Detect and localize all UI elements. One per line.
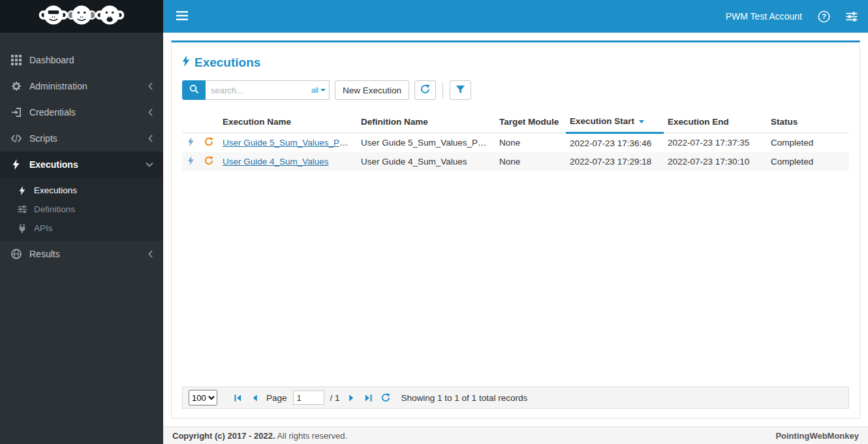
execution-end-cell: 2022-07-23 17:37:35 bbox=[664, 133, 767, 153]
col-execution-end[interactable]: Execution End bbox=[664, 110, 767, 133]
chevron-left-icon bbox=[148, 82, 153, 90]
new-execution-button[interactable]: New Execution bbox=[335, 80, 409, 100]
status-cell: Completed bbox=[767, 133, 849, 153]
help-icon[interactable]: ? bbox=[818, 10, 830, 23]
sidebar-item-label: Results bbox=[29, 249, 141, 259]
submenu-item-label: APIs bbox=[34, 223, 53, 233]
topbar-main: PWM Test Account ? bbox=[163, 0, 868, 33]
caret-down-icon bbox=[320, 89, 326, 91]
col-execution-name[interactable]: Execution Name bbox=[219, 110, 357, 133]
sidebar-item-label: Executions bbox=[29, 159, 138, 170]
status-cell: Completed bbox=[767, 152, 849, 171]
submenu-item-definitions[interactable]: Definitions bbox=[0, 200, 163, 219]
toolbar-divider bbox=[442, 82, 443, 98]
pagination-bar: 100 Page / 1 bbox=[182, 387, 849, 409]
footer: Copyright (c) 2017 - 2022. All rights re… bbox=[163, 426, 868, 444]
execution-name-link[interactable]: User Guide 5_Sum_Values_Param bbox=[223, 138, 357, 148]
target-module-cell: None bbox=[495, 133, 566, 153]
chevron-left-icon bbox=[148, 135, 153, 142]
col-status[interactable]: Status bbox=[767, 110, 849, 133]
search-scope-value: all bbox=[311, 86, 318, 94]
page-label: Page bbox=[266, 393, 287, 403]
sort-desc-icon bbox=[639, 120, 644, 123]
table-header-row: Execution Name Definition Name Target Mo… bbox=[182, 110, 849, 133]
refresh-icon bbox=[420, 84, 430, 96]
sidebar-item-credentials[interactable]: Credentials bbox=[0, 99, 163, 125]
rerun-execution-icon[interactable] bbox=[199, 133, 219, 153]
sidebar-item-label: Credentials bbox=[29, 107, 141, 118]
sidebar-item-label: Scripts bbox=[29, 133, 141, 144]
col-run-icon bbox=[182, 110, 199, 133]
toolbar: all New Execution bbox=[182, 80, 849, 100]
page-size-select[interactable]: 100 bbox=[189, 390, 217, 405]
first-page-button[interactable] bbox=[232, 394, 243, 402]
sidebar-item-label: Administration bbox=[29, 81, 141, 91]
col-execution-start[interactable]: Execution Start bbox=[566, 110, 664, 133]
submenu-item-apis[interactable]: APIs bbox=[0, 219, 163, 238]
sidebar-item-scripts[interactable]: Scripts bbox=[0, 125, 163, 151]
lightning-bolt-icon bbox=[10, 159, 22, 170]
filter-funnel-icon bbox=[456, 85, 465, 96]
target-module-cell: None bbox=[495, 152, 566, 171]
sliders-icon bbox=[16, 205, 27, 214]
search-scope-dropdown[interactable]: all bbox=[311, 80, 326, 100]
lightning-bolt-icon bbox=[182, 56, 190, 70]
sidebar-item-administration[interactable]: Administration bbox=[0, 73, 163, 99]
col-target-module[interactable]: Target Module bbox=[495, 110, 566, 133]
sign-in-icon bbox=[10, 107, 22, 118]
execution-name-link[interactable]: User Guide 4_Sum_Values bbox=[223, 157, 329, 166]
page-number-input[interactable] bbox=[293, 390, 324, 405]
refresh-list-button[interactable] bbox=[380, 393, 392, 402]
run-execution-icon[interactable] bbox=[182, 133, 199, 153]
dashboard-grid-icon bbox=[10, 55, 22, 65]
sidebar-item-label: Dashboard bbox=[29, 55, 153, 65]
sidebar-item-dashboard[interactable]: Dashboard bbox=[0, 47, 163, 73]
refresh-button[interactable] bbox=[414, 80, 436, 100]
submenu-item-label: Definitions bbox=[34, 204, 75, 214]
execution-end-cell: 2022-07-23 17:30:10 bbox=[664, 152, 767, 171]
code-icon bbox=[10, 134, 22, 143]
next-page-button[interactable] bbox=[346, 394, 357, 402]
executions-submenu: Executions Definitions bbox=[0, 178, 163, 241]
submenu-item-label: Executions bbox=[34, 185, 77, 195]
records-summary: Showing 1 to 1 of 1 total records bbox=[401, 393, 528, 403]
globe-icon bbox=[10, 249, 22, 259]
filter-button[interactable] bbox=[450, 80, 471, 100]
col-definition-name[interactable]: Definition Name bbox=[357, 110, 495, 133]
total-pages-label: / 1 bbox=[330, 393, 340, 403]
page-title-text: Executions bbox=[194, 56, 260, 70]
table-row: User Guide 4_Sum_Values User Guide 4_Sum… bbox=[182, 152, 849, 171]
submenu-item-executions[interactable]: Executions bbox=[0, 181, 163, 200]
rerun-execution-icon[interactable] bbox=[199, 152, 219, 171]
execution-start-cell: 2022-07-23 17:29:18 bbox=[566, 152, 664, 171]
executions-panel: Executions all bbox=[171, 40, 860, 419]
search-group: all bbox=[182, 80, 330, 100]
last-page-button[interactable] bbox=[363, 394, 374, 402]
settings-sliders-icon[interactable] bbox=[846, 12, 858, 22]
run-execution-icon[interactable] bbox=[182, 152, 199, 171]
sidebar-item-executions[interactable]: Executions bbox=[0, 151, 163, 178]
app-logo[interactable] bbox=[0, 0, 163, 33]
copyright-text: Copyright (c) 2017 - 2022. All rights re… bbox=[172, 431, 347, 441]
chevron-left-icon bbox=[148, 108, 153, 116]
svg-text:?: ? bbox=[822, 12, 826, 20]
brand-name: PointingWebMonkey bbox=[775, 431, 859, 441]
three-monkeys-logo-icon bbox=[29, 2, 134, 31]
sidebar-toggle-button[interactable] bbox=[174, 8, 191, 25]
sidebar-item-results[interactable]: Results bbox=[0, 241, 163, 267]
lightning-bolt-icon bbox=[16, 186, 27, 195]
sidebar: Dashboard bbox=[0, 33, 163, 444]
account-name[interactable]: PWM Test Account bbox=[726, 11, 802, 22]
executions-table: Execution Name Definition Name Target Mo… bbox=[182, 110, 849, 171]
topbar-right: PWM Test Account ? bbox=[726, 10, 858, 23]
content-spacer bbox=[182, 171, 849, 387]
table-row: User Guide 5_Sum_Values_Param User Guide… bbox=[182, 133, 849, 153]
hamburger-icon bbox=[176, 11, 188, 22]
chevron-down-icon bbox=[146, 162, 153, 167]
main-content: Executions all bbox=[163, 33, 868, 444]
search-button[interactable] bbox=[182, 80, 206, 100]
prev-page-button[interactable] bbox=[249, 394, 260, 402]
col-rerun-icon bbox=[199, 110, 219, 133]
topbar: PWM Test Account ? bbox=[0, 0, 868, 33]
shell: Dashboard bbox=[0, 33, 868, 444]
